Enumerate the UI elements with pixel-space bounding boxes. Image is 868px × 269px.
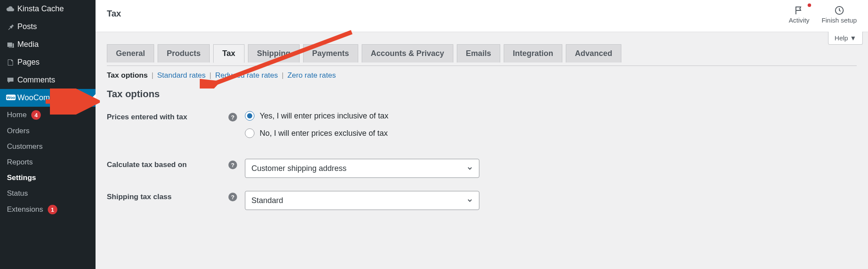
sidebar-item-kinsta-cache[interactable]: Kinsta Cache (0, 0, 96, 18)
field-label: Shipping tax class (107, 191, 228, 201)
sidebar-label: Posts (17, 22, 37, 31)
pin-icon (6, 23, 17, 31)
page-title: Tax (107, 4, 121, 19)
finish-setup-button[interactable]: Finish setup (822, 4, 857, 24)
tab-general[interactable]: General (107, 44, 154, 62)
count-badge: 1 (48, 205, 57, 214)
field-calculate-tax: Calculate tax based on ? Customer shippi… (107, 159, 857, 178)
woo-icon: Woo (6, 95, 17, 102)
field-prices-entered: Prices entered with tax ? Yes, I will en… (107, 111, 857, 146)
sidebar-sub-home[interactable]: Home 4 (0, 107, 96, 123)
sidebar-sub-orders[interactable]: Orders (0, 123, 96, 139)
help-icon[interactable]: ? (228, 193, 237, 201)
flag-icon (789, 4, 810, 16)
caret-down-icon: ▼ (850, 34, 856, 42)
sidebar-label: Media (17, 40, 39, 49)
shipping-tax-select[interactable]: Standard (245, 191, 479, 210)
top-bar: Tax Activity Finish setup (96, 0, 868, 32)
radio-exclusive[interactable]: No, I will enter prices exclusive of tax (245, 128, 388, 138)
tab-tax[interactable]: Tax (213, 44, 244, 63)
count-badge: 4 (31, 110, 41, 120)
subtab-reduced-rates[interactable]: Reduced rate rates (215, 71, 278, 79)
sidebar-sub-settings[interactable]: Settings (0, 170, 96, 186)
sidebar-label: Kinsta Cache (17, 4, 64, 13)
chevron-down-icon (467, 197, 473, 203)
subtab-standard-rates[interactable]: Standard rates (157, 71, 206, 79)
sidebar-item-media[interactable]: Media (0, 36, 96, 53)
tab-integration[interactable]: Integration (504, 44, 562, 62)
sidebar-sub-extensions[interactable]: Extensions 1 (0, 201, 96, 218)
sidebar-sub-reports[interactable]: Reports (0, 154, 96, 170)
media-icon (6, 40, 17, 49)
help-icon[interactable]: ? (228, 161, 237, 169)
radio-input[interactable] (245, 128, 254, 138)
radio-inclusive[interactable]: Yes, I will enter prices inclusive of ta… (245, 111, 388, 121)
admin-sidebar: Kinsta Cache Posts Media Pages Comments … (0, 0, 96, 269)
sidebar-label: Pages (17, 58, 40, 67)
sidebar-sub-customers[interactable]: Customers (0, 139, 96, 154)
settings-tabs: GeneralProductsTaxShippingPaymentsAccoun… (107, 44, 857, 62)
sidebar-label: Comments (17, 75, 55, 85)
help-toggle[interactable]: Help ▼ (828, 32, 863, 45)
page-icon (6, 58, 17, 67)
chevron-down-icon (467, 165, 473, 171)
section-heading: Tax options (107, 89, 857, 100)
notification-dot-icon (808, 3, 811, 7)
tab-accounts-privacy[interactable]: Accounts & Privacy (362, 44, 453, 62)
sidebar-item-comments[interactable]: Comments (0, 71, 96, 89)
subtab-zero-rates[interactable]: Zero rate rates (287, 71, 336, 79)
svg-text:Woo: Woo (7, 95, 15, 100)
sidebar-item-pages[interactable]: Pages (0, 53, 96, 71)
tab-products[interactable]: Products (158, 44, 210, 62)
calculate-tax-select[interactable]: Customer shipping address (245, 159, 479, 178)
help-icon[interactable]: ? (228, 113, 237, 121)
content-area: Help ▼ GeneralProductsTaxShippingPayment… (96, 32, 868, 229)
sidebar-item-woocommerce[interactable]: Woo WooCommerce (0, 89, 96, 107)
subtab-current[interactable]: Tax options (107, 71, 148, 79)
tab-emails[interactable]: Emails (457, 44, 500, 62)
cloud-icon (6, 5, 17, 13)
tab-advanced[interactable]: Advanced (566, 44, 621, 62)
tab-shipping[interactable]: Shipping (248, 44, 300, 62)
sidebar-sub-status[interactable]: Status (0, 186, 96, 201)
field-label: Prices entered with tax (107, 111, 228, 121)
radio-input[interactable] (245, 111, 254, 121)
comment-icon (6, 76, 17, 85)
main-area: Tax Activity Finish setup Help ▼ General… (96, 0, 868, 269)
tax-subtabs: Tax options | Standard rates | Reduced r… (107, 71, 857, 80)
tab-payments[interactable]: Payments (303, 44, 358, 62)
sidebar-item-posts[interactable]: Posts (0, 18, 96, 36)
activity-button[interactable]: Activity (789, 4, 810, 24)
field-shipping-tax-class: Shipping tax class ? Standard (107, 191, 857, 210)
sidebar-label: WooCommerce (17, 93, 72, 102)
clock-icon (822, 4, 857, 16)
field-label: Calculate tax based on (107, 159, 228, 169)
